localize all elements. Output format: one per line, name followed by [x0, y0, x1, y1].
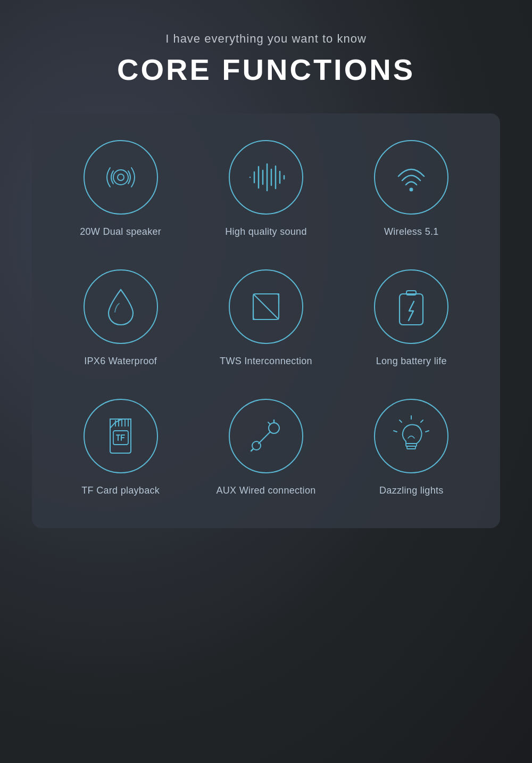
feature-lights: Dazzling lights	[344, 399, 479, 496]
page-title: CORE FUNCTIONS	[117, 52, 415, 87]
feature-tws: TWS Interconnection	[198, 269, 333, 367]
feature-label-sound: High quality sound	[225, 226, 307, 237]
aux-icon-circle	[229, 399, 303, 473]
lights-icon-circle	[374, 399, 448, 473]
features-card: 20W Dual speaker High quality sound	[32, 113, 500, 528]
svg-line-39	[394, 431, 397, 432]
waterproof-icon-circle	[84, 269, 158, 344]
feature-label-lights: Dazzling lights	[379, 485, 444, 496]
svg-point-11	[410, 188, 413, 192]
feature-label-tws: TWS Interconnection	[220, 356, 312, 367]
svg-line-37	[426, 431, 429, 432]
feature-dual-speaker: 20W Dual speaker	[53, 140, 188, 237]
svg-line-38	[400, 420, 402, 422]
sound-icon-circle	[229, 140, 303, 215]
battery-icon-circle	[374, 269, 448, 344]
svg-line-36	[421, 420, 423, 422]
page-subtitle: I have everything you want to know	[165, 32, 367, 46]
wireless-icon-circle	[374, 140, 448, 215]
speaker-icon-circle	[84, 140, 158, 215]
feature-sound: High quality sound	[198, 140, 333, 237]
features-grid: 20W Dual speaker High quality sound	[53, 140, 479, 496]
feature-waterproof: IPX6 Waterproof	[53, 269, 188, 367]
svg-point-0	[113, 170, 128, 185]
tfcard-icon-circle	[84, 399, 158, 473]
feature-label-aux: AUX Wired connection	[216, 485, 315, 496]
feature-aux: AUX Wired connection	[198, 399, 333, 496]
svg-line-32	[251, 449, 253, 451]
svg-rect-14	[400, 294, 423, 325]
feature-label-tfcard: TF Card playback	[81, 485, 160, 496]
svg-point-1	[118, 174, 124, 181]
svg-line-29	[268, 422, 270, 424]
feature-label-wireless: Wireless 5.1	[384, 226, 439, 237]
feature-label-battery: Long battery life	[376, 356, 447, 367]
svg-line-13	[253, 294, 279, 319]
svg-line-30	[259, 432, 270, 444]
svg-rect-34	[407, 446, 415, 449]
feature-label-waterproof: IPX6 Waterproof	[84, 356, 157, 367]
feature-battery: Long battery life	[344, 269, 479, 367]
feature-label-dual-speaker: 20W Dual speaker	[80, 226, 161, 237]
feature-tfcard: TF Card playback	[53, 399, 188, 496]
feature-wireless: Wireless 5.1	[344, 140, 479, 237]
tws-icon-circle	[229, 269, 303, 344]
